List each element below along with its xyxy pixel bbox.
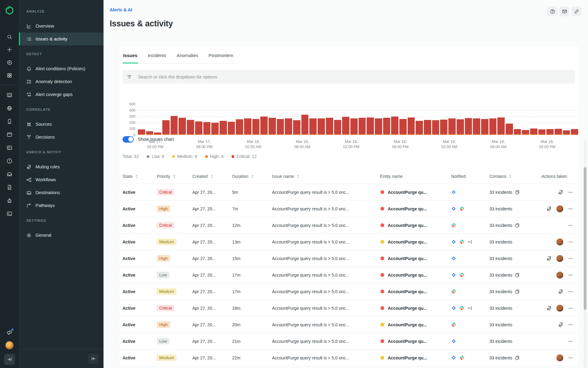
entity-name-cell[interactable]: AccountPurge qu... [380, 240, 451, 244]
rail-server-button[interactable] [3, 141, 16, 154]
table-row[interactable]: ActiveCriticalApr 27, 20...18mAccountPur… [119, 300, 578, 316]
rail-package-button[interactable] [3, 56, 16, 69]
row-menu-button[interactable] [568, 239, 573, 245]
search-input[interactable] [138, 74, 571, 80]
rail-search-button[interactable] [3, 30, 16, 43]
tab-anomalies[interactable]: Anomalies [176, 50, 199, 63]
column-header-priority[interactable]: Priority [157, 174, 192, 179]
row-menu-button[interactable] [568, 322, 573, 328]
state-cell: Active [123, 306, 157, 311]
entity-name-cell[interactable]: AccountPurge qu... [380, 223, 451, 228]
rail-robot-button[interactable] [3, 194, 16, 207]
copy-link-button[interactable] [571, 6, 581, 16]
table-row[interactable]: ActiveMediumApr 27, 20...13mAccountPurge… [119, 234, 578, 250]
breadcrumb[interactable]: Alerts & AI [110, 7, 132, 12]
sidebar-item-alert-conditions-policies-[interactable]: Alert conditions (Policies) [19, 62, 104, 75]
rail-browser-button[interactable] [3, 128, 16, 141]
legend-item-low[interactable]: Low: 8 [147, 154, 164, 159]
table-row[interactable]: ActiveLowApr 27, 20...21mAccountPurge qu… [119, 333, 578, 350]
column-header-state[interactable]: State [123, 174, 157, 179]
entity-name-cell[interactable]: AccountPurge qu... [380, 306, 451, 311]
rail-plus-button[interactable] [3, 43, 16, 56]
rail-inbox-button[interactable] [3, 167, 16, 181]
sidebar-item-issues-activity[interactable]: Issues & activity [19, 33, 104, 45]
rail-dashboard-button[interactable] [3, 88, 16, 102]
chart-bar [203, 122, 211, 135]
table-row[interactable]: ActiveCriticalApr 27, 20...12mAccountPur… [119, 217, 578, 234]
scrollbar-thumb[interactable] [584, 167, 586, 310]
feedback-button[interactable] [560, 6, 569, 16]
sidebar-item-pathways[interactable]: Pathways [19, 199, 104, 212]
sidebar-item-general[interactable]: General [19, 229, 104, 242]
rail-alert-octagon-button[interactable] [3, 154, 16, 167]
table-row[interactable]: ActiveMediumApr 27, 20...17mAccountPurge… [119, 283, 578, 300]
help-button[interactable] [548, 6, 557, 16]
tab-postmortem[interactable]: Postmortem [208, 50, 234, 63]
table-row[interactable]: ActiveMediumApr 27, 20...22mAccountPurge… [119, 350, 578, 366]
issue-name-cell[interactable]: AccountPurge query result is > 5.0 onc..… [272, 339, 380, 344]
table-row[interactable]: ActiveHighApr 27, 20...7mAccountPurge qu… [119, 201, 578, 217]
issue-name-cell[interactable]: AccountPurge query result is > 5.0 onc..… [272, 190, 380, 195]
brand-logo[interactable] [5, 4, 14, 17]
issue-name-cell[interactable]: AccountPurge query result is > 5.0 onc..… [272, 289, 380, 294]
entity-name-cell[interactable]: AccountPurge qu... [380, 206, 451, 211]
issue-name-cell[interactable]: AccountPurge query result is > 5.0 onc..… [272, 355, 380, 360]
entity-name-cell[interactable]: AccountPurge qu... [380, 289, 451, 294]
user-avatar[interactable] [5, 341, 14, 350]
row-menu-button[interactable] [568, 206, 573, 212]
y-axis-tick: 300 [123, 114, 135, 119]
issue-name-cell[interactable]: AccountPurge query result is > 5.0 onc..… [272, 240, 380, 244]
row-menu-button[interactable] [568, 256, 573, 261]
sidebar-item-overview[interactable]: Overview [19, 20, 104, 33]
table-row[interactable]: ActiveLowApr 27, 20...17mAccountPurge qu… [119, 267, 578, 283]
issue-name-cell[interactable]: AccountPurge query result is > 5.0 onc..… [272, 256, 380, 261]
legend-item-critical[interactable]: Critical: 12 [232, 154, 257, 159]
entity-name-cell[interactable]: AccountPurge qu... [380, 256, 451, 261]
rail-terminal-button[interactable] [3, 207, 16, 220]
sidebar-item-decisions[interactable]: Decisions [19, 131, 104, 144]
column-header-created[interactable]: Created [192, 174, 232, 179]
sidebar-item-muting-rules[interactable]: Muting rules [19, 160, 104, 173]
issue-name-cell[interactable]: AccountPurge query result is > 5.0 onc..… [272, 273, 380, 278]
row-menu-button[interactable] [568, 272, 573, 278]
entity-name-cell[interactable]: AccountPurge qu... [380, 190, 451, 195]
row-menu-button[interactable] [568, 339, 573, 344]
sidebar-item-sources[interactable]: Sources [19, 118, 104, 131]
column-header-duration[interactable]: Duration [232, 174, 272, 179]
rail-document-button[interactable] [3, 181, 16, 194]
entity-name-cell[interactable]: AccountPurge qu... [380, 322, 451, 327]
collapse-sidebar-button[interactable] [88, 354, 99, 364]
filter-icon[interactable] [127, 74, 132, 79]
table-row[interactable]: ActiveCriticalApr 27, 20...5mAccountPurg… [119, 184, 578, 201]
row-menu-button[interactable] [568, 190, 573, 195]
issue-name-cell[interactable]: AccountPurge query result is > 5.0 onc..… [272, 306, 380, 311]
tab-incidents[interactable]: Incidents [147, 50, 167, 63]
sidebar-item-workflows[interactable]: Workflows [19, 173, 104, 186]
table-row[interactable]: ActiveHighApr 27, 20...15mAccountPurge q… [119, 250, 578, 267]
issue-name-cell[interactable]: AccountPurge query result is > 5.0 onc..… [272, 322, 380, 327]
entity-name-cell[interactable]: AccountPurge qu... [380, 355, 451, 360]
issue-name-cell[interactable]: AccountPurge query result is > 5.0 onc..… [272, 206, 380, 211]
table-row[interactable]: ActiveHighApr 27, 20...20mAccountPurge q… [119, 316, 578, 333]
entity-name-cell[interactable]: AccountPurge qu... [380, 273, 451, 278]
nav-section-header: ANALYZE [19, 6, 104, 17]
entity-name-cell[interactable]: AccountPurge qu... [380, 339, 451, 344]
tab-issues[interactable]: Issues [123, 50, 138, 63]
rail-chat-button[interactable] [3, 326, 16, 339]
rail-mobile-button[interactable] [3, 115, 16, 128]
row-menu-button[interactable] [568, 355, 573, 361]
row-menu-button[interactable] [568, 223, 573, 228]
row-menu-button[interactable] [568, 289, 573, 294]
column-header-contains[interactable]: Contains [489, 174, 541, 179]
sidebar-item-alert-coverge-gaps[interactable]: Alert coverge gaps [19, 88, 104, 101]
legend-item-high[interactable]: High: 4 [205, 154, 224, 159]
row-menu-button[interactable] [568, 305, 573, 311]
sidebar-item-anomaly-detection[interactable]: Anomaly detection [19, 75, 104, 88]
rail-globe-button[interactable] [3, 102, 16, 115]
issue-name-cell[interactable]: AccountPurge query result is > 5.0 onc..… [272, 223, 380, 228]
rail-grid-button[interactable] [3, 69, 16, 82]
column-header-issue-name[interactable]: Issue name [272, 174, 380, 179]
expand-panel-button[interactable] [4, 354, 15, 365]
sidebar-item-destinations[interactable]: Destinations [19, 186, 104, 199]
legend-item-medium[interactable]: Medium: 8 [172, 154, 197, 159]
